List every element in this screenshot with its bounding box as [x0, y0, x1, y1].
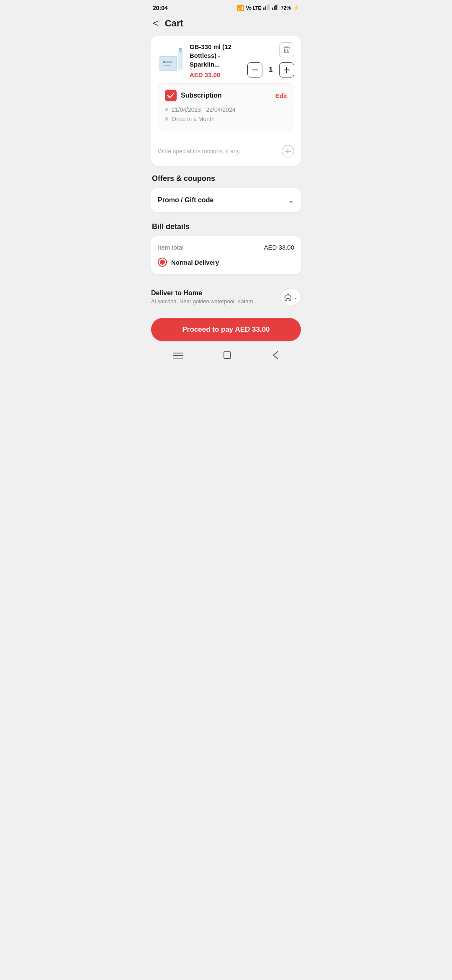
subscription-title: Subscription [181, 92, 222, 99]
delivery-title: Deliver to Home [151, 289, 281, 297]
product-info: GB-330 ml (12 Bottless) - Sparklin... AE… [190, 42, 247, 78]
quantity-value: 1 [267, 66, 274, 74]
svg-rect-6 [275, 5, 277, 10]
svg-rect-2 [267, 5, 268, 10]
signal-text: Vo LTE [246, 5, 261, 10]
increase-qty-button[interactable] [279, 62, 294, 77]
subscription-checkbox[interactable] [165, 90, 177, 101]
item-total-label: Item total [158, 244, 184, 251]
svg-rect-5 [274, 6, 275, 10]
offers-section-title: Offers & coupons [151, 174, 301, 183]
content-area: 12x330ml Sparkling GB-330 ml (12 Bottles… [144, 36, 308, 274]
add-instructions-button[interactable] [282, 145, 294, 157]
radio-inner [160, 260, 165, 265]
svg-rect-0 [263, 8, 265, 10]
chevron-down-icon: ⌄ [288, 196, 294, 205]
change-address-button[interactable]: ⌄ [281, 289, 301, 305]
home-chevron-icon: ⌄ [293, 294, 298, 300]
back-button[interactable]: < [153, 18, 158, 29]
subscription-title-row: Subscription [165, 90, 222, 101]
delivery-address-bar: Deliver to Home Al sabidha, Near golden … [144, 283, 308, 311]
status-bar: 20:04 📶 Vo LTE 72% ⚡ [144, 0, 308, 14]
subscription-details: 21/04/2023 - 22/04/2024 Once in a Month [165, 106, 287, 122]
header: < Cart [144, 14, 308, 36]
signal-bars2 [272, 4, 279, 11]
special-instructions-row: Write special instructions, if any [158, 143, 294, 159]
svg-rect-7 [277, 4, 278, 10]
product-left: 12x330ml Sparkling GB-330 ml (12 Bottles… [158, 42, 247, 78]
delivery-type-label: Normal Delivery [171, 259, 219, 266]
product-right: 1 [247, 42, 294, 77]
status-icons: 📶 Vo LTE 72% ⚡ [237, 4, 299, 11]
edit-subscription-button[interactable]: Edit [275, 92, 287, 99]
delivery-address: Al sabidha, Near golden waterpool, Katam… [151, 298, 281, 304]
delete-button[interactable] [279, 42, 294, 57]
quantity-control: 1 [247, 62, 294, 77]
bill-card: Item total AED 33.00 Normal Delivery [151, 236, 301, 274]
subscription-box: Subscription Edit 21/04/2023 - 22/04/202… [158, 83, 294, 131]
svg-text:12x330ml: 12x330ml [163, 61, 172, 63]
delivery-info: Deliver to Home Al sabidha, Near golden … [151, 289, 281, 304]
home-nav-icon[interactable] [223, 351, 232, 362]
divider [158, 137, 294, 137]
decrease-qty-button[interactable] [247, 62, 262, 77]
svg-rect-1 [265, 6, 266, 10]
subscription-date-range: 21/04/2023 - 22/04/2024 [165, 106, 287, 113]
proceed-to-pay-button[interactable]: Proceed to pay AED 33.00 [151, 318, 301, 341]
subscription-header: Subscription Edit [165, 90, 287, 101]
page-title: Cart [165, 18, 183, 29]
instructions-placeholder[interactable]: Write special instructions, if any [158, 148, 240, 155]
battery-icon: ⚡ [293, 5, 299, 11]
svg-rect-15 [179, 48, 182, 49]
bottom-nav [144, 346, 308, 369]
delivery-type-row: Normal Delivery [158, 258, 294, 267]
product-name: GB-330 ml (12 Bottless) - Sparklin... [190, 42, 247, 69]
normal-delivery-radio[interactable] [158, 258, 167, 267]
wifi-icon: 📶 [237, 5, 244, 11]
svg-rect-4 [272, 8, 273, 10]
svg-text:Sparkling: Sparkling [164, 64, 171, 67]
back-nav-icon[interactable] [272, 351, 279, 362]
hamburger-menu-icon[interactable] [173, 351, 183, 362]
subscription-frequency: Once in a Month [165, 116, 287, 122]
product-image: 12x330ml Sparkling [158, 47, 185, 74]
promo-label: Promo / Gift code [158, 196, 213, 204]
time: 20:04 [153, 5, 168, 11]
product-row: 12x330ml Sparkling GB-330 ml (12 Bottles… [158, 42, 294, 78]
battery: 72% [281, 5, 291, 11]
cart-card: 12x330ml Sparkling GB-330 ml (12 Bottles… [151, 36, 301, 166]
svg-rect-13 [178, 50, 182, 70]
signal-bars [263, 4, 270, 11]
svg-rect-9 [160, 57, 176, 70]
promo-gift-code-button[interactable]: Promo / Gift code ⌄ [151, 188, 301, 212]
svg-rect-24 [224, 352, 231, 358]
svg-rect-3 [268, 4, 270, 10]
item-total-row: Item total AED 33.00 [158, 244, 294, 251]
bill-details-title: Bill details [151, 222, 301, 231]
item-total-value: AED 33.00 [264, 244, 294, 251]
product-price: AED 33.00 [190, 71, 247, 78]
